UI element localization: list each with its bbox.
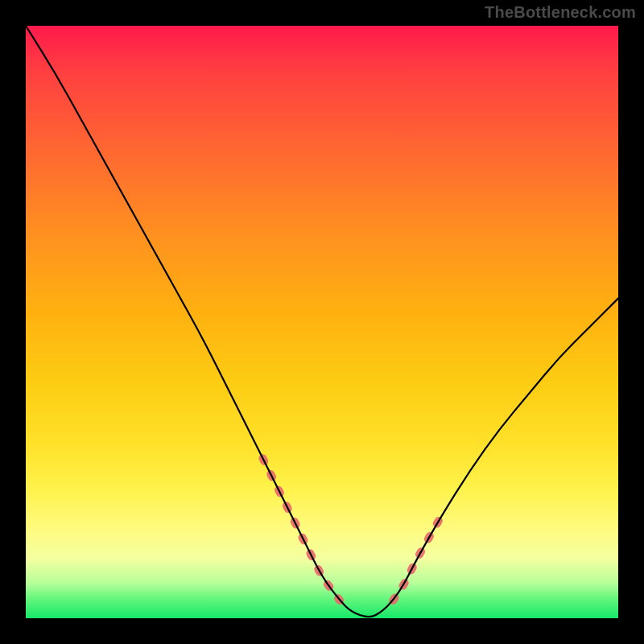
plot-area: [26, 26, 618, 618]
highlight-layer: [262, 458, 440, 601]
chart-frame: TheBottleneck.com: [0, 0, 644, 644]
bottleneck-curve-path: [26, 26, 618, 617]
attribution-watermark: TheBottleneck.com: [485, 3, 636, 22]
bottleneck-curve-svg: [26, 26, 618, 618]
